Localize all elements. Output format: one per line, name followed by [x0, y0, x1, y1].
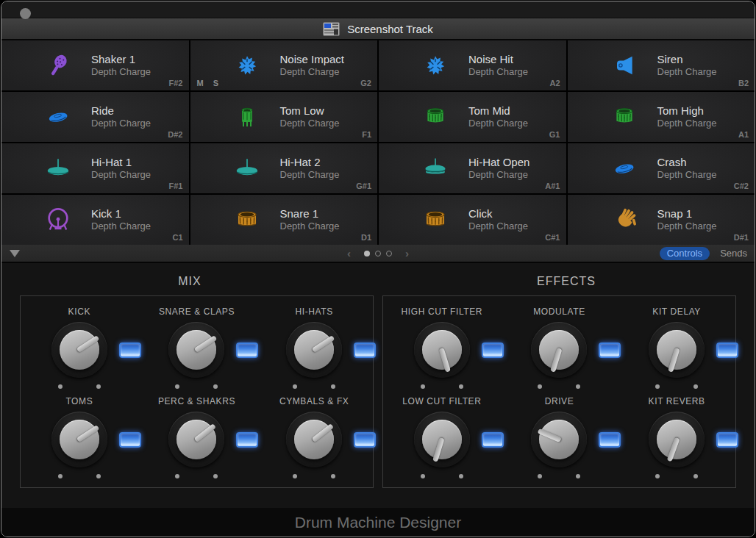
pad-note-label: F1	[362, 130, 371, 139]
pad-name: Tom Mid	[468, 104, 528, 118]
drum-pad[interactable]: Hi-Hat Open Depth Charge A#1	[379, 143, 566, 193]
knob-max-dot	[693, 474, 698, 478]
pad-kit-name: Depth Charge	[91, 220, 151, 232]
knob-max-dot	[96, 474, 101, 478]
drum-pad[interactable]: Tom Low Depth Charge F1	[190, 92, 378, 142]
led-toggle-button[interactable]	[119, 432, 141, 448]
pad-note-label: G1	[549, 130, 560, 139]
rotary-knob[interactable]	[414, 322, 470, 378]
drum-pad[interactable]: Snap 1 Depth Charge D#1	[568, 195, 755, 245]
pad-kit-name: Depth Charge	[468, 169, 529, 181]
kick-drum-icon	[29, 206, 87, 234]
pad-name: Hi-Hat 2	[280, 156, 340, 169]
pad-name: Hi-Hat Open	[468, 156, 529, 169]
knob-max-dot	[459, 384, 463, 389]
rotary-knob[interactable]	[51, 412, 107, 467]
rotary-knob[interactable]	[531, 412, 587, 467]
led-toggle-button[interactable]	[482, 342, 504, 358]
led-toggle-button[interactable]	[716, 432, 738, 448]
tom-icon	[596, 104, 653, 129]
knob-label: KICK	[68, 306, 90, 317]
rotary-knob[interactable]	[286, 322, 342, 378]
drum-pad[interactable]: Tom High Depth Charge A1	[568, 92, 755, 142]
control-knob-group: KICK	[21, 304, 138, 393]
floor-tom-icon	[218, 103, 276, 131]
knob-min-dot	[421, 384, 425, 389]
drum-pad[interactable]: Hi-Hat 2 Depth Charge G#1	[190, 143, 378, 193]
rotary-knob[interactable]	[51, 322, 107, 378]
led-toggle-button[interactable]	[354, 342, 376, 358]
page-dot[interactable]	[386, 251, 392, 257]
knob-max-dot	[693, 384, 698, 389]
pad-kit-name: Depth Charge	[657, 66, 717, 78]
pad-kit-name: Depth Charge	[657, 220, 717, 232]
prev-page-chevron-icon[interactable]: ‹	[343, 247, 355, 259]
drum-pad[interactable]: Hi-Hat 1 Depth Charge F#1	[1, 143, 189, 193]
drum-pad[interactable]: Kick 1 Depth Charge C1	[1, 195, 189, 245]
drum-pad[interactable]: Noise Impact Depth Charge MS G2	[190, 40, 378, 90]
shaker-icon	[29, 52, 87, 79]
rotary-knob[interactable]	[649, 322, 705, 378]
pad-note-label: C1	[172, 233, 182, 242]
page-dot[interactable]	[364, 251, 370, 257]
control-knob-group: HI-HATS	[255, 304, 373, 393]
rotary-knob[interactable]	[414, 412, 470, 467]
drum-pad[interactable]: Noise Hit Depth Charge A2	[379, 40, 566, 90]
control-knob-group: DRIVE	[501, 393, 618, 483]
drum-pad[interactable]: Siren Depth Charge B2	[568, 40, 755, 90]
rotary-knob[interactable]	[531, 322, 587, 378]
tab-sends[interactable]: Sends	[720, 248, 747, 259]
close-window-button[interactable]	[20, 8, 31, 19]
pad-note-label: A2	[549, 79, 560, 87]
mix-section-header: MIX	[1, 275, 378, 288]
control-knob-group: KIT DELAY	[618, 304, 735, 393]
pad-note-label: C#1	[545, 233, 560, 242]
drum-pad[interactable]: Shaker 1 Depth Charge F#2	[1, 40, 189, 90]
knob-label: PERC & SHAKRS	[158, 396, 235, 406]
page-dot[interactable]	[375, 251, 381, 257]
drum-pad[interactable]: Snare 1 Depth Charge D1	[190, 195, 378, 245]
led-toggle-button[interactable]	[716, 342, 738, 358]
led-toggle-button[interactable]	[599, 342, 621, 358]
pad-name: Tom Low	[280, 104, 340, 118]
hihat-open-icon	[407, 156, 464, 181]
led-toggle-button[interactable]	[119, 342, 141, 358]
led-toggle-button[interactable]	[236, 342, 258, 358]
drum-pad[interactable]: Ride Depth Charge D#2	[1, 92, 189, 142]
pad-kit-name: Depth Charge	[280, 118, 340, 129]
knob-min-dot	[421, 474, 425, 478]
control-knob-group: LOW CUT FILTER	[383, 393, 501, 483]
rotary-knob[interactable]	[649, 412, 705, 467]
plugin-footer: Drum Machine Designer	[1, 508, 755, 537]
page-dots	[364, 251, 392, 257]
disclosure-triangle-icon[interactable]	[10, 250, 20, 257]
pad-kit-name: Depth Charge	[657, 118, 717, 129]
rotary-knob[interactable]	[168, 322, 224, 378]
knob-label: MODULATE	[533, 306, 585, 317]
pad-note-label: A1	[738, 130, 749, 139]
drum-pad[interactable]: Tom Mid Depth Charge G1	[379, 92, 566, 142]
tab-controls[interactable]: Controls	[660, 247, 710, 260]
led-toggle-button[interactable]	[482, 432, 504, 448]
led-toggle-button[interactable]	[354, 432, 376, 448]
knob-label: LOW CUT FILTER	[402, 396, 481, 406]
knob-max-dot	[213, 384, 218, 389]
pad-solo-indicator[interactable]: S	[213, 79, 218, 87]
control-knob-group: TOMS	[21, 393, 138, 483]
led-toggle-button[interactable]	[599, 432, 621, 448]
rotary-knob[interactable]	[286, 412, 342, 467]
view-tabs: Controls Sends	[660, 247, 747, 260]
pad-note-label: D#2	[168, 130, 182, 139]
pad-name: Crash	[657, 156, 717, 169]
led-toggle-button[interactable]	[236, 432, 258, 448]
pad-kit-name: Depth Charge	[91, 169, 151, 181]
rotary-knob[interactable]	[168, 412, 224, 467]
drum-pad[interactable]: Click Depth Charge C#1	[379, 195, 566, 245]
pad-mute-indicator[interactable]: M	[197, 79, 204, 87]
control-knob-group: CYMBALS & FX	[255, 393, 373, 483]
knob-min-dot	[538, 384, 542, 389]
knob-label: TOMS	[65, 396, 93, 406]
drum-pad[interactable]: Crash Depth Charge C#2	[568, 143, 755, 193]
knob-min-dot	[538, 474, 542, 478]
next-page-chevron-icon[interactable]: ›	[401, 247, 413, 259]
